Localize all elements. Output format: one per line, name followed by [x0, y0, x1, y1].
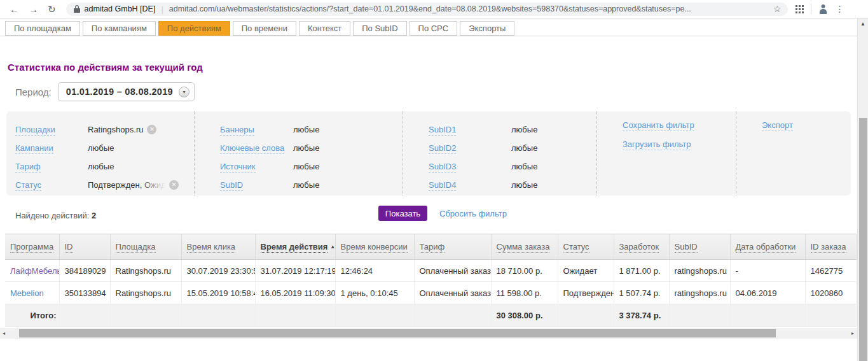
- horizontal-scroll-thumb[interactable]: [19, 329, 776, 337]
- column-header[interactable]: Программа: [5, 234, 59, 260]
- site-identity-badge[interactable]: admitad GmbH [DE]: [85, 4, 156, 13]
- profile-avatar-icon[interactable]: [818, 4, 828, 14]
- table-cell: Оплаченный заказ: [414, 282, 491, 304]
- lock-icon: [74, 5, 80, 13]
- totals-cell: [669, 304, 730, 327]
- toolbar-divider: [811, 4, 811, 14]
- filter-action-link[interactable]: Загрузить фильтр: [623, 139, 691, 150]
- column-header[interactable]: Статус: [558, 234, 614, 260]
- filter-row: СтатусПодтвержден, Ожид✕: [15, 176, 194, 194]
- totals-cell: [255, 304, 335, 327]
- filter-value[interactable]: любые: [88, 143, 114, 153]
- filter-row: Ключевые словалюбые: [220, 139, 403, 157]
- column-header[interactable]: Площадка: [110, 234, 181, 260]
- stats-tab-1[interactable]: По кампаниям: [83, 21, 156, 36]
- stats-tab-4[interactable]: Контекст: [299, 21, 350, 36]
- filter-label[interactable]: SubID3: [429, 162, 511, 171]
- extension-icon[interactable]: [796, 5, 804, 13]
- stats-tab-3[interactable]: По времени: [233, 21, 296, 36]
- totals-cell: [805, 304, 856, 327]
- filter-value[interactable]: любые: [293, 162, 319, 171]
- vertical-scrollbar[interactable]: ▲: [857, 18, 868, 361]
- stats-tab-5[interactable]: По SubID: [353, 21, 406, 36]
- clear-filter-icon[interactable]: ✕: [169, 180, 179, 190]
- browser-actions: ⋮: [796, 4, 853, 14]
- column-header[interactable]: ID: [59, 234, 110, 260]
- stats-tab-7[interactable]: Экспорты: [460, 21, 514, 36]
- vertical-scroll-thumb[interactable]: [859, 118, 867, 361]
- filter-value[interactable]: любые: [293, 125, 319, 134]
- filter-value[interactable]: любые: [293, 180, 319, 190]
- table-cell: 12:46:24: [335, 260, 414, 282]
- table-cell: 30.07.2019 23:30:55: [181, 260, 255, 282]
- scroll-up-icon[interactable]: ▲: [860, 21, 865, 27]
- filter-label[interactable]: Баннеры: [220, 125, 293, 134]
- chevron-down-icon[interactable]: ▾: [179, 87, 189, 97]
- filter-label[interactable]: SubID4: [429, 180, 511, 190]
- filter-label[interactable]: Тариф: [15, 162, 88, 171]
- totals-cell: 3 378.74 р.: [614, 304, 669, 327]
- filter-value[interactable]: любые: [511, 143, 537, 153]
- back-button[interactable]: ←: [10, 4, 19, 14]
- filter-row: SubIDлюбые: [220, 176, 403, 194]
- filter-value[interactable]: Ratingshops.ru: [88, 125, 143, 134]
- program-link[interactable]: ЛайфМебель: [10, 266, 59, 276]
- scroll-left-icon[interactable]: ◂: [3, 330, 5, 336]
- reload-button[interactable]: ↻: [48, 4, 56, 14]
- column-header[interactable]: Тариф: [414, 234, 491, 260]
- filter-label[interactable]: Ключевые слова: [220, 143, 293, 153]
- stats-tab-2[interactable]: По действиям: [158, 21, 230, 36]
- filter-value[interactable]: любые: [293, 143, 319, 153]
- filter-column: Сохранить фильтрЗагрузить фильтр: [596, 111, 736, 195]
- browser-menu-icon[interactable]: ⋮: [836, 4, 844, 14]
- filter-value[interactable]: любые: [511, 162, 537, 171]
- column-header[interactable]: Время клика: [181, 234, 255, 260]
- column-header[interactable]: ID заказа: [805, 234, 856, 260]
- url-text[interactable]: admitad.com/ua/webmaster/statistics/acti…: [169, 4, 768, 13]
- filter-value[interactable]: любые: [88, 162, 114, 171]
- program-link[interactable]: Mebelion: [10, 288, 44, 298]
- show-button[interactable]: Показать: [378, 206, 427, 221]
- filter-column: БаннерылюбыеКлючевые словалюбыеИсточникл…: [194, 111, 403, 195]
- actions-row: Найдено действий: 2 Показать Сбросить фи…: [0, 206, 857, 222]
- column-header[interactable]: SubID: [669, 234, 730, 260]
- filter-action-link[interactable]: Экспорт: [762, 120, 793, 131]
- table-cell: ratingshops.ru: [669, 282, 730, 304]
- totals-cell: [335, 304, 414, 327]
- filter-row: Источниклюбые: [220, 157, 403, 176]
- column-header[interactable]: Время конверсии: [335, 234, 414, 260]
- table-cell: 1020860: [805, 282, 856, 304]
- reset-filter-link[interactable]: Сбросить фильтр: [439, 209, 507, 218]
- period-selector[interactable]: 01.01.2019 – 08.08.2019 ▾: [58, 82, 195, 101]
- filter-value[interactable]: любые: [511, 125, 537, 134]
- stats-tab-0[interactable]: По площадкам: [5, 21, 80, 36]
- filter-value[interactable]: Подтвержден, Ожид: [88, 180, 165, 190]
- totals-cell: [558, 304, 614, 327]
- filter-label[interactable]: SubID1: [429, 125, 511, 134]
- scroll-right-icon[interactable]: ▸: [851, 330, 854, 336]
- column-header[interactable]: Время действия▲: [255, 234, 335, 260]
- filter-column: Экспорт: [736, 111, 851, 195]
- column-header[interactable]: Дата обработки: [730, 234, 805, 260]
- filter-label[interactable]: Площадки: [15, 125, 88, 134]
- filter-value[interactable]: любые: [511, 180, 537, 190]
- clear-filter-icon[interactable]: ✕: [147, 125, 156, 134]
- stats-tab-6[interactable]: По CPC: [410, 21, 458, 36]
- bookmark-star-icon[interactable]: ☆: [773, 4, 782, 14]
- table-cell: 11 598.00 р.: [491, 282, 558, 304]
- table-cell: Mebelion: [5, 282, 59, 304]
- column-header[interactable]: Заработок: [614, 234, 669, 260]
- filter-label[interactable]: Кампании: [15, 143, 88, 153]
- filter-label[interactable]: Источник: [220, 162, 293, 171]
- filter-label[interactable]: Статус: [15, 180, 88, 190]
- column-header[interactable]: Сумма заказа: [491, 234, 558, 260]
- forward-button[interactable]: →: [29, 4, 38, 14]
- address-bar[interactable]: admitad GmbH [DE] | admitad.com/ua/webma…: [66, 3, 788, 16]
- filter-label[interactable]: SubID: [220, 180, 293, 190]
- table-cell: 04.06.2019: [730, 282, 805, 304]
- filter-action-link[interactable]: Сохранить фильтр: [623, 120, 694, 131]
- sort-asc-icon: ▲: [330, 244, 335, 250]
- filter-label[interactable]: SubID2: [429, 143, 511, 153]
- horizontal-scrollbar[interactable]: ◂ ▸: [0, 328, 857, 339]
- totals-cell: 30 308.00 р.: [491, 304, 558, 327]
